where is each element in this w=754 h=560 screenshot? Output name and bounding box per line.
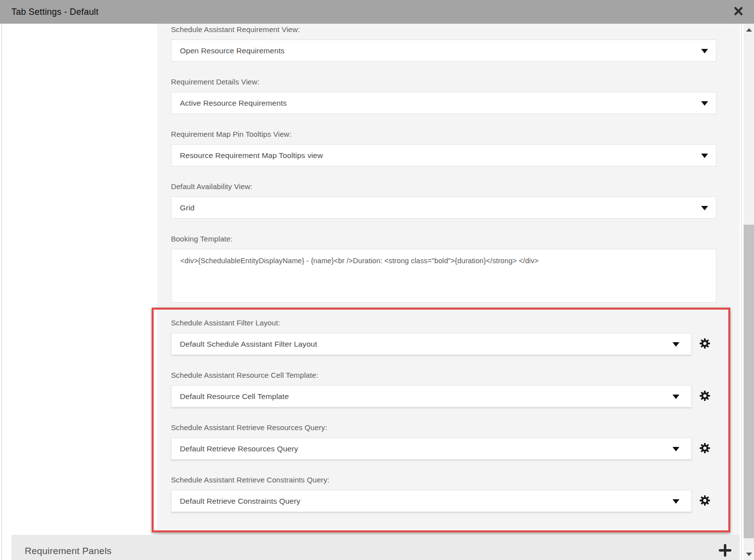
scroll-down-button[interactable] [744, 548, 754, 560]
chevron-down-icon [672, 342, 679, 347]
gear-icon [699, 495, 711, 508]
scrollbar-thumb[interactable] [744, 225, 754, 538]
select-value: Open Resource Requirements [180, 46, 285, 55]
select-default-availability-view[interactable]: Grid [171, 197, 716, 219]
tab-settings-form: Schedule Assistant Requirement View: Ope… [157, 24, 740, 535]
booking-template-input[interactable]: <div>{SchedulableEntityDisplayName} - {n… [171, 249, 716, 303]
chevron-down-icon [701, 154, 708, 158]
dialog-right-border [741, 24, 742, 560]
gear-icon [699, 442, 711, 455]
select-value: Default Retrieve Constraints Query [180, 497, 300, 506]
field-label: Booking Template: [171, 234, 740, 244]
select-requirement-details-view[interactable]: Active Resource Requirements [171, 92, 716, 114]
resource-cell-template-settings-button[interactable] [699, 391, 711, 402]
select-schedule-assistant-retrieve-resources-query[interactable]: Default Retrieve Resources Query [171, 438, 692, 460]
scroll-up-button[interactable] [744, 24, 754, 36]
select-schedule-assistant-requirement-view[interactable]: Open Resource Requirements [171, 40, 716, 62]
field-schedule-assistant-filter-layout: Schedule Assistant Filter Layout: Defaul… [171, 318, 740, 355]
chevron-up-icon [746, 28, 752, 32]
field-schedule-assistant-requirement-view: Schedule Assistant Requirement View: Ope… [171, 25, 740, 62]
field-default-availability-view: Default Availability View: Grid [171, 182, 740, 219]
field-label: Schedule Assistant Retrieve Resources Qu… [171, 423, 740, 433]
field-schedule-assistant-retrieve-resources-query: Schedule Assistant Retrieve Resources Qu… [171, 423, 740, 460]
dialog-titlebar: Tab Settings - Default [0, 0, 754, 24]
field-requirement-map-pin-tooltips-view: Requirement Map Pin Tooltips View: Resou… [171, 129, 740, 166]
select-schedule-assistant-resource-cell-template[interactable]: Default Resource Cell Template [171, 385, 692, 407]
field-schedule-assistant-retrieve-constraints-query: Schedule Assistant Retrieve Constraints … [171, 475, 740, 512]
field-requirement-details-view: Requirement Details View: Active Resourc… [171, 77, 740, 114]
select-schedule-assistant-filter-layout[interactable]: Default Schedule Assistant Filter Layout [171, 333, 692, 355]
field-booking-template: Booking Template: <div>{SchedulableEntit… [171, 234, 740, 303]
chevron-down-icon [701, 206, 708, 210]
dialog-left-border [1, 24, 2, 560]
select-value: Default Resource Cell Template [180, 392, 289, 401]
requirement-panels-header: Requirement Panels [11, 535, 740, 560]
field-schedule-assistant-resource-cell-template: Schedule Assistant Resource Cell Templat… [171, 370, 740, 407]
chevron-down-icon [746, 553, 752, 556]
close-button[interactable] [731, 5, 745, 19]
select-value: Grid [180, 203, 195, 212]
plus-icon [718, 544, 732, 559]
select-requirement-map-pin-tooltips-view[interactable]: Resource Requirement Map Tooltips view [171, 144, 716, 166]
select-value: Default Retrieve Resources Query [180, 444, 298, 453]
chevron-down-icon [701, 101, 708, 106]
select-value: Active Resource Requirements [180, 99, 287, 108]
chevron-down-icon [672, 499, 679, 504]
select-value: Default Schedule Assistant Filter Layout [180, 340, 317, 349]
select-value: Resource Requirement Map Tooltips view [180, 151, 323, 160]
dialog-title: Tab Settings - Default [11, 7, 99, 17]
retrieve-resources-query-settings-button[interactable] [699, 443, 711, 455]
chevron-down-icon [672, 447, 679, 451]
chevron-down-icon [672, 395, 679, 399]
field-label: Schedule Assistant Filter Layout: [171, 318, 740, 328]
gear-icon [699, 338, 711, 351]
field-label: Schedule Assistant Retrieve Constraints … [171, 475, 740, 485]
select-schedule-assistant-retrieve-constraints-query[interactable]: Default Retrieve Constraints Query [171, 490, 692, 512]
field-label: Schedule Assistant Resource Cell Templat… [171, 370, 740, 380]
filter-layout-settings-button[interactable] [699, 338, 711, 350]
field-label: Schedule Assistant Requirement View: [171, 25, 740, 35]
field-label: Requirement Details View: [171, 77, 740, 87]
close-icon [733, 5, 744, 18]
retrieve-constraints-query-settings-button[interactable] [699, 495, 711, 507]
chevron-down-icon [701, 49, 708, 53]
field-label: Requirement Map Pin Tooltips View: [171, 129, 740, 139]
requirement-panels-title: Requirement Panels [25, 546, 112, 557]
gear-icon [699, 390, 711, 403]
field-label: Default Availability View: [171, 182, 740, 192]
vertical-scrollbar[interactable] [744, 24, 754, 560]
dialog-body: Schedule Assistant Requirement View: Ope… [0, 24, 754, 560]
add-requirement-panel-button[interactable] [717, 544, 732, 559]
